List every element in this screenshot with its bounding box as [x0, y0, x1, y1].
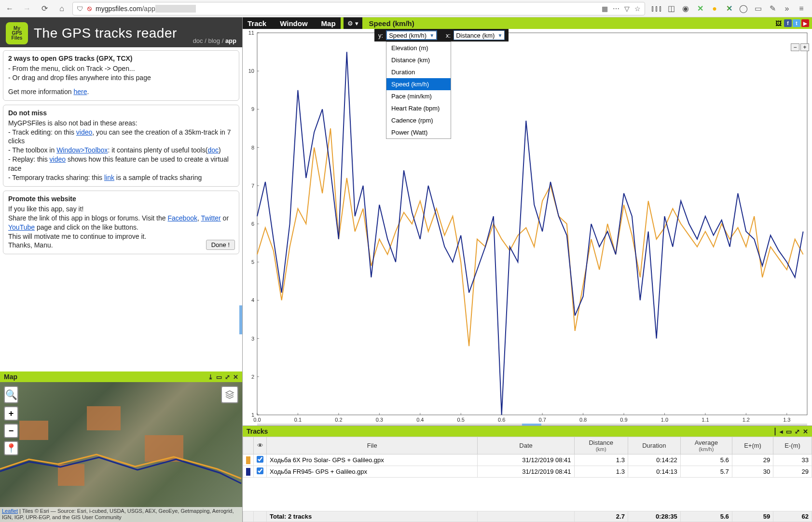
col-duration[interactable]: Duration: [628, 437, 680, 454]
col-average[interactable]: Average(km/h): [680, 437, 732, 454]
menu-window[interactable]: Window: [280, 19, 307, 27]
dock-icon[interactable]: ▭: [216, 373, 222, 381]
chart-settings-button[interactable]: ⚙ ▾: [344, 17, 362, 29]
table-row[interactable]: Ходьба FR945- GPS + Galileo.gpx 31/12/20…: [243, 466, 812, 478]
pocket-icon[interactable]: ▽: [624, 5, 630, 13]
chart-zoom-out-button[interactable]: −: [791, 43, 799, 51]
link-sample[interactable]: link: [104, 174, 114, 181]
expand-icon[interactable]: ⤢: [225, 373, 230, 381]
hamburger-menu-icon[interactable]: ≡: [797, 4, 806, 14]
ext-icon-7[interactable]: ✎: [768, 4, 777, 14]
map-zoom-in-button[interactable]: +: [4, 406, 18, 421]
ext-icon-2[interactable]: ✕: [695, 4, 705, 14]
col-file[interactable]: File: [267, 437, 478, 454]
link-doc2[interactable]: doc: [207, 146, 219, 154]
link-youtube[interactable]: YouTube: [8, 223, 35, 231]
dropdown-item[interactable]: Elevation (m): [386, 42, 451, 54]
youtube-icon[interactable]: ▶: [801, 19, 809, 27]
tracks-titlebar[interactable]: Tracks ▏◂ ▭ ⤢ ✕: [243, 426, 812, 437]
dropdown-item[interactable]: Power (Watt): [386, 126, 451, 138]
facebook-icon[interactable]: f: [784, 19, 792, 27]
track-visible-checkbox[interactable]: [257, 456, 263, 463]
map-titlebar[interactable]: Map ⤓ ▭ ⤢ ✕: [0, 371, 242, 382]
prev-icon[interactable]: ▏◂: [775, 428, 783, 435]
link-video1[interactable]: video: [76, 128, 92, 136]
col-visible[interactable]: 👁: [254, 437, 267, 454]
dropdown-item[interactable]: Pace (min/km): [386, 90, 451, 102]
bookmark-star-icon[interactable]: ☆: [634, 5, 641, 13]
more-icon[interactable]: ⋯: [613, 5, 619, 13]
svg-text:5: 5: [251, 259, 254, 265]
chart-area[interactable]: 12345678910110.00.10.20.30.40.50.60.70.8…: [243, 29, 812, 426]
map-zoom-out-button[interactable]: −: [4, 424, 18, 438]
reader-mode-icon[interactable]: ▦: [602, 5, 608, 13]
library-icon[interactable]: ⫿⫿⫿: [652, 4, 661, 14]
svg-text:4: 4: [251, 297, 254, 303]
link-video2[interactable]: video: [50, 155, 66, 163]
browser-toolbar: ← → ⟳ ⌂ 🛡 ⦸ mygpsfiles.com/appxxxxxxxxxx…: [0, 0, 812, 17]
cell-distance: 1.3: [574, 466, 628, 478]
dock-icon[interactable]: ▭: [786, 428, 792, 435]
ext-icon-4[interactable]: ✕: [724, 4, 734, 14]
table-row[interactable]: Ходьба 6X Pro Solar- GPS + Galileo.gpx 3…: [243, 454, 812, 466]
twitter-icon[interactable]: t: [793, 19, 800, 27]
col-eminus[interactable]: E-(m): [773, 437, 812, 454]
url-bar[interactable]: 🛡 ⦸ mygpsfiles.com/appxxxxxxxxxxxx ▦ ⋯ ▽…: [72, 2, 645, 15]
ext-icon-5[interactable]: ◯: [739, 4, 748, 14]
dropdown-item[interactable]: Speed (km/h): [386, 78, 451, 90]
map-title: Map: [4, 373, 17, 381]
svg-text:7: 7: [251, 183, 254, 189]
close-icon[interactable]: ✕: [803, 428, 808, 435]
dropdown-item[interactable]: Cadence (rpm): [386, 114, 451, 126]
map-locate-button[interactable]: 📍: [4, 441, 18, 455]
col-eplus[interactable]: E+(m): [732, 437, 773, 454]
svg-text:0.2: 0.2: [335, 417, 342, 423]
menu-map[interactable]: Map: [321, 19, 336, 27]
forward-button[interactable]: →: [20, 2, 34, 15]
screenshot-icon[interactable]: 🖼: [774, 19, 782, 27]
col-date[interactable]: Date: [478, 437, 574, 454]
cell-eplus: 29: [732, 454, 773, 466]
dropdown-item[interactable]: Heart Rate (bpm): [386, 102, 451, 114]
dropdown-item[interactable]: Duration: [386, 66, 451, 78]
link-toolbox[interactable]: Window>Toolbox: [56, 146, 108, 154]
ext-icon-1[interactable]: ◉: [681, 4, 690, 14]
y-axis-select[interactable]: Speed (km/h)▼: [386, 30, 437, 40]
chart-zoom-in-button[interactable]: +: [800, 43, 809, 51]
link-twitter[interactable]: Twitter: [201, 214, 221, 222]
link-blog[interactable]: blog: [208, 37, 220, 44]
map-canvas[interactable]: 🔍 + − 📍 Leaflet | Tiles © Esri — Source:…: [0, 382, 242, 522]
pin-down-icon[interactable]: ⤓: [208, 373, 213, 381]
menu-track[interactable]: Track: [248, 19, 266, 27]
svg-text:0.5: 0.5: [457, 417, 465, 423]
app-title: The GPS tracks reader: [34, 26, 177, 41]
track-visible-checkbox[interactable]: [257, 467, 263, 474]
done-button[interactable]: Done !: [206, 240, 235, 250]
ext-icon-3[interactable]: ●: [710, 4, 719, 14]
link-doc[interactable]: doc: [193, 37, 203, 44]
col-distance[interactable]: Distance(km): [574, 437, 628, 454]
map-window: Map ⤓ ▭ ⤢ ✕ 🔍 +: [0, 371, 242, 522]
x-axis-select[interactable]: Distance (km)▼: [454, 30, 505, 40]
svg-text:0.1: 0.1: [294, 417, 302, 423]
reload-button[interactable]: ⟳: [38, 2, 51, 15]
dropdown-item[interactable]: Distance (km): [386, 54, 451, 66]
ext-icon-6[interactable]: ▭: [753, 4, 763, 14]
back-button[interactable]: ←: [3, 2, 16, 15]
link-app[interactable]: app: [225, 37, 236, 44]
sidebar-icon[interactable]: ◫: [666, 4, 676, 14]
home-button[interactable]: ⌂: [55, 2, 69, 15]
main-menu: Track Window Map: [243, 17, 341, 29]
link-facebook[interactable]: Facebook: [167, 214, 197, 222]
close-icon[interactable]: ✕: [233, 373, 238, 381]
map-layers-button[interactable]: [221, 386, 238, 403]
tracking-blocked-icon: ⦸: [87, 4, 92, 13]
link-here[interactable]: here: [73, 88, 87, 96]
map-search-button[interactable]: 🔍: [4, 386, 18, 403]
table-header-row: 👁 File Date Distance(km) Duration Averag…: [243, 437, 812, 454]
leaflet-link[interactable]: Leaflet: [2, 508, 18, 514]
expand-icon[interactable]: ⤢: [795, 428, 800, 435]
cell-eplus: 30: [732, 466, 773, 478]
cell-distance: 1.3: [574, 454, 628, 466]
overflow-icon[interactable]: »: [782, 4, 792, 14]
